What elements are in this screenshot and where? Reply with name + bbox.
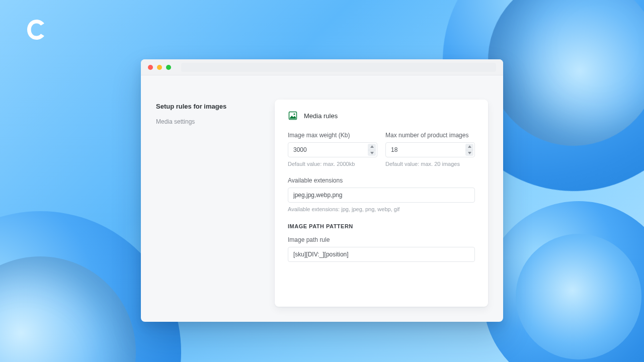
page-content: Setup rules for images Media settings Me… bbox=[141, 75, 503, 322]
card-title: Media rules bbox=[304, 112, 338, 120]
sidebar-title: Setup rules for images bbox=[156, 103, 257, 110]
media-rules-card: Media rules Image max weight (Kb) Defaul… bbox=[275, 100, 488, 307]
extensions-help: Available extensions: jpg, jpeg, png, we… bbox=[288, 206, 475, 212]
brand-logo bbox=[25, 18, 48, 41]
max-weight-label: Image max weight (Kb) bbox=[288, 132, 377, 139]
bg-swirl bbox=[483, 201, 644, 362]
window-titlebar bbox=[141, 59, 503, 75]
url-bar[interactable] bbox=[181, 63, 496, 72]
stepper-up-button[interactable] bbox=[465, 144, 473, 150]
max-weight-input[interactable] bbox=[288, 142, 377, 157]
extensions-label: Available extensions bbox=[288, 177, 475, 184]
max-weight-help: Default value: max. 2000kb bbox=[288, 161, 377, 167]
extensions-input[interactable] bbox=[288, 188, 475, 203]
path-rule-label: Image path rule bbox=[288, 236, 475, 243]
card-header: Media rules bbox=[288, 111, 475, 121]
stepper-up-button[interactable] bbox=[368, 144, 376, 150]
field-extensions: Available extensions Available extension… bbox=[288, 177, 475, 212]
browser-window: Setup rules for images Media settings Me… bbox=[141, 59, 503, 322]
window-minimize-button[interactable] bbox=[157, 65, 162, 70]
image-icon bbox=[288, 111, 298, 121]
max-images-input[interactable] bbox=[385, 142, 475, 157]
svg-point-1 bbox=[293, 113, 295, 115]
path-rule-input[interactable] bbox=[288, 247, 475, 262]
window-close-button[interactable] bbox=[148, 65, 153, 70]
stepper-down-button[interactable] bbox=[368, 150, 376, 156]
sidebar: Setup rules for images Media settings bbox=[156, 100, 257, 307]
sidebar-item-media-settings[interactable]: Media settings bbox=[156, 118, 257, 125]
window-maximize-button[interactable] bbox=[166, 65, 171, 70]
field-max-weight: Image max weight (Kb) Default value: max… bbox=[288, 132, 377, 167]
max-images-label: Max number of product images bbox=[385, 132, 475, 139]
stepper-down-button[interactable] bbox=[465, 150, 473, 156]
max-images-help: Default value: max. 20 images bbox=[385, 161, 475, 167]
field-path-rule: Image path rule bbox=[288, 236, 475, 262]
field-max-images: Max number of product images Default val… bbox=[385, 132, 475, 167]
section-heading-path-pattern: IMAGE PATH PATTERN bbox=[288, 223, 475, 229]
